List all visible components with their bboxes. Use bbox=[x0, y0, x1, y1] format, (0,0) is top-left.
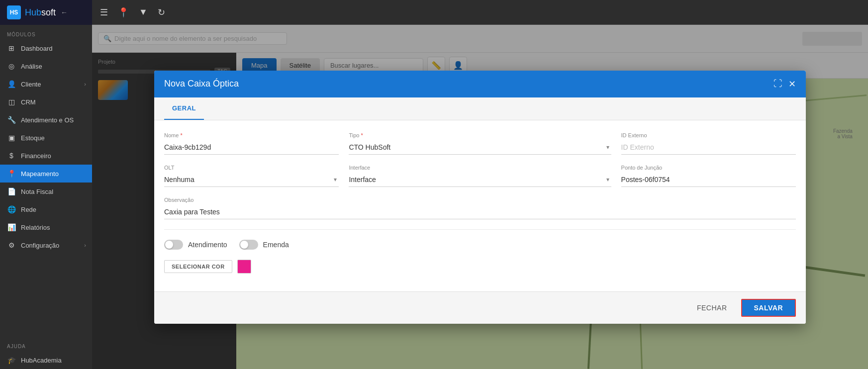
sidebar-item-financeiro[interactable]: $ Financeiro bbox=[0, 147, 92, 165]
select-color-button[interactable]: SELECIONAR COR bbox=[164, 260, 232, 273]
form-divider bbox=[164, 229, 796, 230]
modal-footer: FECHAR SALVAR bbox=[154, 291, 806, 324]
sidebar-item-rede[interactable]: 🌐 Rede bbox=[0, 200, 92, 218]
sidebar-item-analise[interactable]: ◎ Análise bbox=[0, 57, 92, 75]
atendimento-toggle-label: Atendimento bbox=[188, 241, 227, 249]
brand-hub: Hub bbox=[25, 7, 41, 17]
estoque-icon: ▣ bbox=[7, 134, 16, 142]
form-row-2: OLT Nenhuma ▾ Interface bbox=[164, 165, 796, 187]
main-area: ☰ 📍 ▼ ↻ Fazendaa Vista 🔍 Digite aqui o n… bbox=[92, 0, 868, 369]
sidebar-label-configuracao: Configuração bbox=[21, 242, 59, 249]
nome-label: Nome * bbox=[164, 132, 339, 138]
modal-expand-icon[interactable]: ⛶ bbox=[773, 79, 782, 90]
color-swatch[interactable] bbox=[237, 260, 251, 274]
olt-select-wrapper: Nenhuma ▾ bbox=[164, 173, 339, 187]
cliente-icon: 👤 bbox=[7, 80, 16, 88]
salvar-button[interactable]: SALVAR bbox=[741, 299, 796, 317]
chevron-right-icon-config: › bbox=[84, 242, 86, 248]
interface-select-wrapper: Interface ▾ bbox=[349, 173, 611, 187]
fechar-button[interactable]: FECHAR bbox=[689, 299, 735, 317]
sidebar: HS Hubsoft ← MÓDULOS ⊞ Dashboard ◎ Análi… bbox=[0, 0, 92, 369]
sidebar-label-analise: Análise bbox=[21, 63, 42, 70]
refresh-icon[interactable]: ↻ bbox=[158, 7, 165, 18]
crm-icon: ◫ bbox=[7, 98, 16, 106]
sidebar-label-crm: CRM bbox=[21, 98, 36, 106]
hubacademia-icon: 🎓 bbox=[7, 356, 16, 364]
form-group-ponto-juncao: Ponto de Junção bbox=[621, 165, 796, 187]
modal-title: Nova Caixa Óptica bbox=[164, 79, 239, 89]
rede-icon: 🌐 bbox=[7, 205, 16, 213]
relatorios-icon: 📊 bbox=[7, 223, 16, 231]
sidebar-item-mapeamento[interactable]: 📍 Mapeamento bbox=[0, 165, 92, 183]
tipo-label: Tipo * bbox=[349, 132, 611, 138]
form-group-interface: Interface Interface ▾ bbox=[349, 165, 611, 187]
form-group-tipo: Tipo * CTO HubSoft ▾ bbox=[349, 132, 611, 155]
modal-nova-caixa: Nova Caixa Óptica ⛶ ✕ GERAL bbox=[154, 71, 806, 324]
financeiro-icon: $ bbox=[7, 152, 16, 160]
sidebar-item-cliente[interactable]: 👤 Cliente › bbox=[0, 75, 92, 93]
filter-icon[interactable]: ▼ bbox=[139, 7, 148, 17]
sidebar-label-hubacademia: HubAcademia bbox=[21, 357, 62, 364]
tipo-select[interactable]: CTO HubSoft bbox=[349, 140, 611, 154]
dashboard-icon: ⊞ bbox=[7, 44, 16, 52]
sidebar-item-relatorios[interactable]: 📊 Relatórios bbox=[0, 218, 92, 236]
sidebar-item-crm[interactable]: ◫ CRM bbox=[0, 93, 92, 111]
toggle-atendimento: Atendimento bbox=[164, 240, 227, 250]
modal-overlay: Nova Caixa Óptica ⛶ ✕ GERAL bbox=[92, 25, 868, 369]
sidebar-header: HS Hubsoft ← bbox=[0, 0, 92, 25]
modal-header: Nova Caixa Óptica ⛶ ✕ bbox=[154, 71, 806, 97]
form-group-id-externo: ID Externo bbox=[621, 132, 796, 155]
menu-icon[interactable]: ☰ bbox=[100, 7, 108, 18]
sidebar-logo: HS bbox=[7, 5, 21, 19]
modal-header-icons: ⛶ ✕ bbox=[773, 79, 796, 90]
toggle-row: Atendimento Emenda bbox=[164, 240, 796, 250]
sidebar-label-atendimento: Atendimento e OS bbox=[21, 116, 74, 124]
sidebar-label-financeiro: Financeiro bbox=[21, 152, 51, 160]
sidebar-item-configuracao[interactable]: ⚙ Configuração › bbox=[0, 236, 92, 254]
sidebar-item-estoque[interactable]: ▣ Estoque bbox=[0, 129, 92, 147]
mapeamento-icon: 📍 bbox=[7, 170, 16, 178]
id-externo-input[interactable] bbox=[621, 140, 796, 155]
sidebar-item-dashboard[interactable]: ⊞ Dashboard bbox=[0, 39, 92, 57]
tab-geral[interactable]: GERAL bbox=[164, 97, 204, 120]
form-row-1: Nome * Tipo * CTO HubSoft bbox=[164, 132, 796, 155]
sidebar-label-relatorios: Relatórios bbox=[21, 224, 50, 231]
location-icon[interactable]: 📍 bbox=[118, 7, 129, 18]
configuracao-icon: ⚙ bbox=[7, 241, 16, 249]
olt-label: OLT bbox=[164, 165, 339, 171]
modules-label: MÓDULOS bbox=[0, 25, 92, 39]
sidebar-label-cliente: Cliente bbox=[21, 81, 41, 88]
atendimento-toggle-switch[interactable] bbox=[164, 240, 183, 250]
sidebar-label-nota-fiscal: Nota Fiscal bbox=[21, 188, 53, 195]
sidebar-back-arrow[interactable]: ← bbox=[61, 8, 68, 16]
interface-select[interactable]: Interface bbox=[349, 173, 611, 186]
emenda-toggle-switch[interactable] bbox=[239, 240, 258, 250]
emenda-toggle-label: Emenda bbox=[263, 241, 289, 249]
nome-input[interactable] bbox=[164, 140, 339, 155]
tipo-select-wrapper: CTO HubSoft ▾ bbox=[349, 140, 611, 155]
form-group-nome: Nome * bbox=[164, 132, 339, 155]
sidebar-item-hubacademia[interactable]: 🎓 HubAcademia bbox=[0, 351, 92, 369]
interface-label: Interface bbox=[349, 165, 611, 171]
sidebar-label-mapeamento: Mapeamento bbox=[21, 170, 59, 178]
form-group-observacao: Observação bbox=[164, 197, 796, 219]
sidebar-brand: Hubsoft bbox=[25, 7, 56, 18]
observacao-label: Observação bbox=[164, 197, 796, 203]
id-externo-label: ID Externo bbox=[621, 132, 796, 138]
brand-soft: soft bbox=[41, 7, 56, 17]
ponto-juncao-label: Ponto de Junção bbox=[621, 165, 796, 171]
sidebar-label-rede: Rede bbox=[21, 206, 36, 213]
observacao-input[interactable] bbox=[164, 205, 796, 219]
sidebar-item-nota-fiscal[interactable]: 📄 Nota Fiscal bbox=[0, 183, 92, 200]
color-row: SELECIONAR COR bbox=[164, 260, 796, 274]
form-group-olt: OLT Nenhuma ▾ bbox=[164, 165, 339, 187]
ponto-juncao-input[interactable] bbox=[621, 173, 796, 187]
atendimento-icon: 🔧 bbox=[7, 116, 16, 124]
toggle-emenda: Emenda bbox=[239, 240, 289, 250]
chevron-right-icon: › bbox=[84, 81, 86, 87]
sidebar-item-atendimento[interactable]: 🔧 Atendimento e OS bbox=[0, 111, 92, 129]
olt-select[interactable]: Nenhuma bbox=[164, 173, 339, 186]
content-area: Fazendaa Vista 🔍 Digite aqui o nome do e… bbox=[92, 25, 868, 369]
modal-close-icon[interactable]: ✕ bbox=[788, 79, 796, 90]
sidebar-label-estoque: Estoque bbox=[21, 134, 45, 142]
